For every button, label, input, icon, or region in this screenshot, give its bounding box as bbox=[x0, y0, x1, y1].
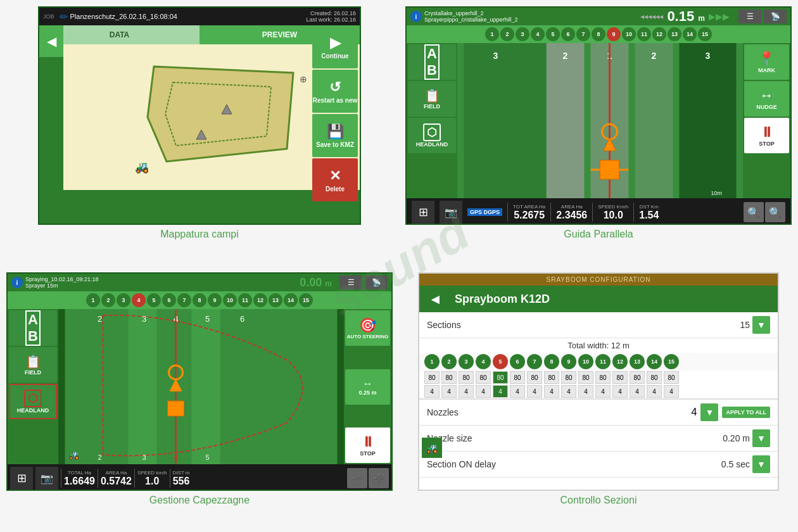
q3-strip-13[interactable]: 13 bbox=[269, 293, 282, 307]
nozzle-14[interactable]: 14 bbox=[647, 354, 662, 369]
strip-11[interactable]: 11 bbox=[637, 27, 651, 41]
q3-strip-12[interactable]: 12 bbox=[253, 293, 267, 307]
nozzle-13[interactable]: 13 bbox=[630, 354, 645, 369]
strip-2[interactable]: 2 bbox=[500, 27, 514, 41]
q3-camera-icon[interactable]: 📷 bbox=[35, 467, 58, 490]
nozzle-11[interactable]: 11 bbox=[595, 354, 611, 369]
nozzle-val-bot-10[interactable]: 4 bbox=[578, 385, 593, 398]
nozzle-val-bot-11[interactable]: 4 bbox=[595, 385, 611, 398]
q3-ab-button[interactable]: AB bbox=[9, 310, 57, 346]
q3-strip-15[interactable]: 15 bbox=[299, 293, 313, 307]
q3-strip-1[interactable]: 1 bbox=[86, 293, 100, 307]
strip-10[interactable]: 10 bbox=[622, 27, 636, 41]
nozzle-val-bot-4[interactable]: 4 bbox=[476, 385, 491, 398]
auto-steering-button[interactable]: 🎯 AUTO STEERING bbox=[345, 310, 390, 346]
q3-zoom-in-button[interactable]: ➕ bbox=[369, 468, 389, 488]
continue-button[interactable]: ▶ Continue bbox=[312, 25, 358, 68]
nozzle-4[interactable]: 4 bbox=[476, 354, 491, 369]
strip-15[interactable]: 15 bbox=[698, 27, 712, 41]
nozzle-val-bot-1[interactable]: 4 bbox=[424, 385, 440, 398]
q3-grid-icon[interactable]: ⊞ bbox=[10, 467, 33, 490]
q3-field-button[interactable]: 📋 FIELD bbox=[9, 347, 57, 383]
save-kmz-button[interactable]: 💾 Save to KMZ bbox=[312, 114, 358, 157]
menu-icon[interactable]: ☰ bbox=[738, 10, 761, 23]
stop-button[interactable]: ⏸ STOP bbox=[744, 118, 789, 153]
strip-14[interactable]: 14 bbox=[683, 27, 697, 41]
q3-broadcast-icon[interactable]: 📡 bbox=[365, 276, 388, 289]
restart-button[interactable]: ↺ Restart as new bbox=[312, 70, 358, 113]
zoom-out-button[interactable]: 🔍 bbox=[744, 202, 764, 222]
nozzle-val-bot-2[interactable]: 4 bbox=[441, 385, 457, 398]
nozzle-1[interactable]: 1 bbox=[424, 354, 440, 369]
zoom-in-button[interactable]: 🔍 bbox=[765, 202, 785, 222]
nozzle-val-top-14[interactable]: 80 bbox=[647, 371, 662, 384]
nozzle-val-bot-8[interactable]: 4 bbox=[544, 385, 559, 398]
nozzle-val-bot-7[interactable]: 4 bbox=[527, 385, 542, 398]
headland-button[interactable]: ⬡ HEADLAND bbox=[408, 118, 456, 153]
strip-3[interactable]: 3 bbox=[516, 27, 529, 41]
nozzle-val-bot-6[interactable]: 4 bbox=[510, 385, 525, 398]
q3-strip-10[interactable]: 10 bbox=[223, 293, 237, 307]
nozzle-val-bot-9[interactable]: 4 bbox=[561, 385, 576, 398]
nozzle-val-bot-15[interactable]: 4 bbox=[664, 385, 679, 398]
strip-9-active[interactable]: 9 bbox=[607, 27, 621, 41]
nozzle-12[interactable]: 12 bbox=[612, 354, 628, 369]
broadcast-icon[interactable]: 📡 bbox=[764, 10, 787, 23]
nozzle-val-top-6[interactable]: 80 bbox=[510, 371, 525, 384]
strip-12[interactable]: 12 bbox=[652, 27, 666, 41]
field-button[interactable]: 📋 FIELD bbox=[408, 81, 456, 117]
nudge-button[interactable]: ↔ NUDGE bbox=[744, 81, 789, 117]
nozzle-5-active[interactable]: 5 bbox=[493, 354, 508, 369]
q3-stop-button[interactable]: ⏸ STOP bbox=[345, 428, 390, 463]
nozzle-val-top-8[interactable]: 80 bbox=[544, 371, 559, 384]
q3-menu-icon[interactable]: ☰ bbox=[339, 276, 362, 289]
nozzle-size-dropdown[interactable]: ▼ bbox=[752, 429, 770, 447]
strip-7[interactable]: 7 bbox=[576, 27, 590, 41]
section-delay-dropdown[interactable]: ▼ bbox=[752, 455, 770, 473]
strip-13[interactable]: 13 bbox=[668, 27, 681, 41]
nozzle-val-top-2[interactable]: 80 bbox=[441, 371, 457, 384]
nozzle-val-top-3[interactable]: 80 bbox=[459, 371, 474, 384]
q3-strip-2[interactable]: 2 bbox=[101, 293, 115, 307]
nozzle-val-bot-3[interactable]: 4 bbox=[459, 385, 474, 398]
q3-strip-14[interactable]: 14 bbox=[284, 293, 298, 307]
nozzle-val-top-15[interactable]: 80 bbox=[664, 371, 679, 384]
nozzle-9[interactable]: 9 bbox=[561, 354, 576, 369]
nozzle-val-top-1[interactable]: 80 bbox=[424, 371, 440, 384]
q3-zoom-out-button[interactable]: ➖ bbox=[347, 468, 367, 488]
nozzle-val-top-10[interactable]: 80 bbox=[578, 371, 593, 384]
mark-button[interactable]: 📍 MARK bbox=[744, 44, 789, 80]
nozzle-val-top-12[interactable]: 80 bbox=[612, 371, 628, 384]
nozzle-6[interactable]: 6 bbox=[510, 354, 525, 369]
nozzle-val-top-7[interactable]: 80 bbox=[527, 371, 542, 384]
ab-button[interactable]: AB bbox=[408, 44, 456, 80]
q3-strip-7[interactable]: 7 bbox=[177, 293, 191, 307]
distance-button[interactable]: ↔ 0.25 m bbox=[345, 369, 390, 405]
q3-strip-3[interactable]: 3 bbox=[117, 293, 130, 307]
nozzle-val-bot-14[interactable]: 4 bbox=[647, 385, 662, 398]
nozzle-val-top-5-active[interactable]: 80 bbox=[493, 371, 508, 384]
camera-icon[interactable]: 📷 bbox=[440, 201, 462, 224]
nozzle-3[interactable]: 3 bbox=[459, 354, 474, 369]
nozzle-7[interactable]: 7 bbox=[527, 354, 542, 369]
strip-5[interactable]: 5 bbox=[546, 27, 560, 41]
q3-strip-6[interactable]: 6 bbox=[162, 293, 176, 307]
strip-8[interactable]: 8 bbox=[592, 27, 605, 41]
q3-strip-9[interactable]: 9 bbox=[208, 293, 222, 307]
nozzle-val-top-13[interactable]: 80 bbox=[630, 371, 645, 384]
q3-strip-8[interactable]: 8 bbox=[193, 293, 206, 307]
apply-to-all-button[interactable]: APPLY TO ALL bbox=[722, 407, 770, 419]
q3-strip-11[interactable]: 11 bbox=[238, 293, 252, 307]
nozzle-val-bot-5-active[interactable]: 4 bbox=[493, 385, 508, 398]
nozzle-10[interactable]: 10 bbox=[578, 354, 593, 369]
nozzle-val-top-11[interactable]: 80 bbox=[595, 371, 611, 384]
q3-strip-5[interactable]: 5 bbox=[147, 293, 161, 307]
sections-dropdown[interactable]: ▼ bbox=[752, 316, 770, 334]
q4-back-button[interactable]: ◀ bbox=[426, 289, 445, 308]
nozzle-val-top-9[interactable]: 80 bbox=[561, 371, 576, 384]
nozzle-val-top-4[interactable]: 80 bbox=[476, 371, 491, 384]
q3-strip-4-active[interactable]: 4 bbox=[132, 293, 146, 307]
nozzle-2[interactable]: 2 bbox=[441, 354, 457, 369]
nozzle-15[interactable]: 15 bbox=[664, 354, 679, 369]
strip-1[interactable]: 1 bbox=[485, 27, 499, 41]
